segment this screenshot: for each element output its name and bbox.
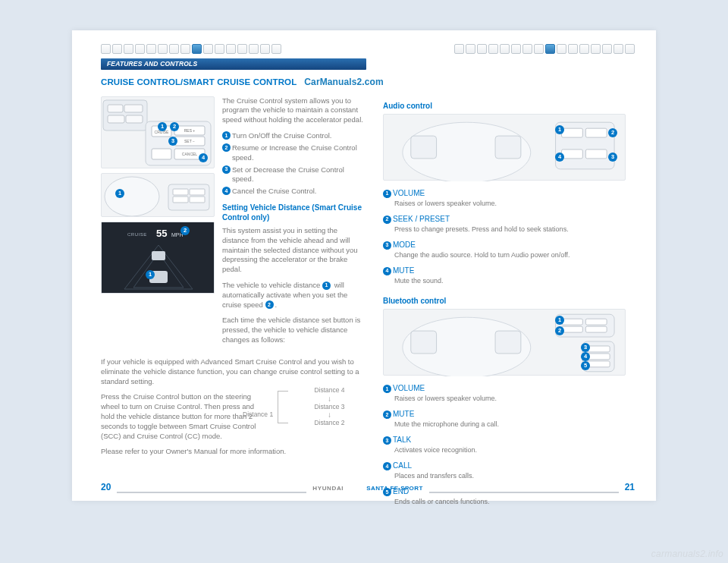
distance-label: Distance 1 — [243, 410, 273, 419]
control-label: SEEK / PRESET — [393, 215, 450, 223]
svg-text:CANCEL: CANCEL — [182, 152, 198, 156]
callout-badge-4: 4 — [199, 153, 208, 162]
num-badge-4: 4 — [383, 462, 391, 470]
icon-strip-left — [101, 44, 281, 54]
control-desc: Mute the microphone during a call. — [394, 420, 626, 429]
svg-point-15 — [105, 177, 159, 216]
num-badge-3: 3 — [383, 241, 391, 250]
control-label: CALL — [393, 461, 412, 470]
audio-heading: Audio control — [383, 101, 626, 112]
nav-icon — [511, 44, 521, 54]
num-badge-1: 1 — [383, 385, 391, 393]
svg-rect-35 — [562, 149, 583, 159]
svg-rect-4 — [126, 115, 143, 123]
svg-rect-27 — [152, 251, 165, 260]
cluster-display-illustration: CRUISE 55 MPH 2 1 — [101, 222, 215, 294]
steering-buttons-svg: CRUISE RES + SET − CANCEL — [102, 97, 215, 168]
callout-badge-1: 1 — [115, 189, 124, 198]
nav-icon — [477, 44, 487, 54]
control-label: MUTE — [393, 266, 414, 275]
nav-icon — [146, 44, 156, 54]
svg-rect-47 — [587, 354, 610, 360]
inline-badge-2: 2 — [265, 300, 274, 309]
nav-icon — [215, 44, 224, 54]
svg-rect-12 — [152, 149, 171, 159]
svg-text:SET −: SET − — [184, 139, 195, 143]
nav-icon — [180, 44, 190, 54]
control-desc: Activates voice recognition. — [394, 445, 626, 454]
control-label: TALK — [393, 436, 411, 444]
nav-icon — [591, 44, 601, 54]
num-badge-1: 1 — [222, 131, 231, 140]
nav-icon — [522, 44, 532, 54]
control-label: MODE — [393, 241, 416, 249]
control-desc: Places and transfers calls. — [394, 471, 626, 480]
full-para-3: Please refer to your Owner's Manual for … — [101, 447, 366, 457]
page-footer: 20 HYUNDAI SANTA FE SPORT 21 — [72, 481, 656, 493]
nav-icon — [613, 44, 623, 54]
nav-icon — [203, 44, 213, 54]
cruise-step: Cancel the Cruise Control. — [232, 187, 366, 197]
svg-rect-34 — [585, 128, 607, 137]
cruise-step: Set or Decrease the Cruise Control speed… — [232, 165, 366, 185]
num-badge-4: 4 — [383, 267, 391, 275]
control-label: VOLUME — [393, 189, 425, 197]
svg-rect-30 — [411, 136, 437, 159]
svg-rect-43 — [562, 327, 583, 333]
nav-icon — [124, 44, 133, 54]
control-label: MUTE — [393, 410, 414, 418]
nav-icon — [557, 44, 566, 54]
nav-icon — [534, 44, 544, 54]
nav-icon — [579, 44, 589, 54]
num-badge-2: 2 — [222, 143, 231, 152]
distance-para-2: The vehicle to vehicle distance 1 will a… — [222, 281, 366, 310]
callout-badge-2: 2 — [170, 122, 179, 131]
nav-icon-active — [545, 44, 555, 54]
control-label: VOLUME — [393, 384, 425, 392]
distance-flow-diagram: Distance 4 ↓ Distance 3 ↓ Distance 2 Dis… — [271, 386, 366, 427]
nav-icon — [260, 44, 270, 54]
nav-icon — [500, 44, 510, 54]
nav-icon — [602, 44, 612, 54]
nav-icon — [625, 44, 635, 54]
arrow-down-icon: ↓ — [293, 395, 366, 403]
num-badge-1: 1 — [383, 190, 391, 198]
svg-rect-40 — [556, 315, 615, 338]
icon-strip-right — [454, 44, 635, 54]
svg-rect-36 — [585, 149, 607, 159]
cruise-steps-list: 1Turn On/Off the Cruise Control. 2Resume… — [222, 131, 366, 197]
svg-rect-46 — [587, 346, 610, 352]
audio-control-list: 1VOLUMERaises or lowers speaker volume. … — [383, 188, 626, 285]
page-title: CRUISE CONTROL/SMART CRUISE CONTROL — [101, 77, 297, 89]
manual-spread: FEATURES AND CONTROLS CRUISE CONTROL/SMA… — [72, 30, 656, 501]
nav-icon-active — [192, 44, 202, 54]
svg-rect-17 — [173, 189, 188, 195]
bluetooth-control-illustration: 1 2 3 4 5 — [383, 309, 626, 376]
nav-icon — [226, 44, 236, 54]
full-para-1: If your vehicle is equipped with Advance… — [101, 357, 366, 386]
distance-label: Distance 2 — [293, 419, 366, 427]
nav-icon — [237, 44, 247, 54]
control-desc: Change the audio source. Hold to turn Au… — [394, 250, 626, 259]
cruise-step: Resume or Increase the Cruise Control sp… — [232, 143, 366, 163]
svg-text:RES +: RES + — [184, 128, 196, 133]
control-desc: Press to change presets. Press and hold … — [394, 225, 626, 234]
cruise-step: Turn On/Off the Cruise Control. — [232, 131, 366, 141]
bluetooth-heading: Bluetooth control — [383, 296, 626, 307]
num-badge-2: 2 — [383, 410, 391, 419]
footer-brand: HYUNDAI — [312, 485, 344, 493]
control-desc: Ends calls or cancels functions. — [394, 497, 626, 506]
nav-icon — [101, 44, 111, 54]
svg-text:55: 55 — [156, 228, 167, 239]
nav-icon — [249, 44, 259, 54]
svg-rect-19 — [173, 197, 188, 203]
right-column: Audio control 1 2 3 4 1VOLUMERais — [383, 96, 626, 513]
svg-rect-20 — [190, 197, 205, 203]
svg-rect-18 — [190, 189, 205, 195]
nav-icon — [135, 44, 145, 54]
callout-badge-3: 3 — [168, 137, 177, 146]
callout-badge-2: 2 — [180, 226, 190, 235]
nav-icon — [454, 44, 464, 54]
svg-rect-1 — [108, 105, 123, 112]
cruise-buttons-illustration: CRUISE RES + SET − CANCEL 1 2 3 4 — [101, 96, 215, 168]
